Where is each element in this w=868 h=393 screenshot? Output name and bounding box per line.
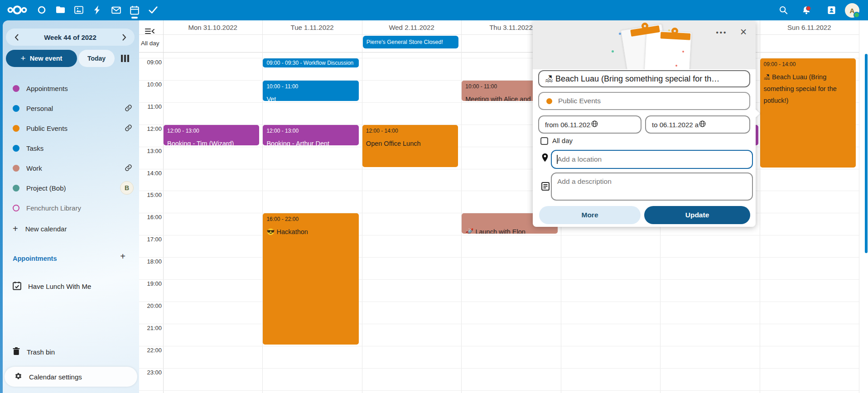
calendar-color-dot <box>13 125 19 132</box>
next-week-button[interactable] <box>119 32 129 42</box>
start-datetime-value: from 06.11.2022 at 09:00 <box>545 121 591 129</box>
update-button[interactable]: Update <box>644 206 750 224</box>
all-day-checkbox[interactable] <box>540 137 548 145</box>
plus-icon: + <box>21 53 26 63</box>
grid-vertical-line <box>859 20 859 393</box>
grid-hour-line <box>139 346 859 346</box>
location-pin-icon <box>541 153 549 164</box>
mail-app-icon[interactable] <box>107 1 125 19</box>
tasks-app-icon[interactable] <box>144 1 162 19</box>
event-title-input[interactable]: 🏖 Beach Luau (Bring something special fo… <box>538 70 750 87</box>
sidebar-calendar-item[interactable]: Work <box>3 158 139 178</box>
search-icon[interactable] <box>774 1 792 19</box>
appointment-item[interactable]: Have Lunch With Me <box>13 278 91 294</box>
activity-app-icon[interactable] <box>88 1 106 19</box>
location-input[interactable] <box>551 150 753 169</box>
start-datetime-field[interactable]: from 06.11.2022 at 09:00 <box>538 115 641 134</box>
trash-bin-item[interactable]: Trash bin <box>13 344 55 359</box>
files-app-icon[interactable] <box>51 1 69 19</box>
more-options-icon[interactable]: ••• <box>713 26 730 38</box>
calendar-name-label: Work <box>26 164 42 172</box>
grid-vertical-line <box>461 20 462 393</box>
time-label: 13:00 <box>139 148 162 154</box>
appointments-section-header: Appointments <box>13 255 130 262</box>
new-calendar-label: New calendar <box>25 225 67 233</box>
calendar-event[interactable]: 12:00 - 13:00Booking - Arthur Dent <box>263 125 358 145</box>
end-datetime-field[interactable]: to 06.11.2022 at 14:00 <box>645 115 750 134</box>
today-button[interactable]: Today <box>78 50 115 67</box>
calendar-name-label: Public Events <box>26 125 68 132</box>
online-status-icon <box>854 12 860 18</box>
gear-icon <box>14 372 22 381</box>
close-icon[interactable]: × <box>735 23 752 40</box>
calendar-event[interactable]: 12:00 - 14:00Open Office Lunch <box>362 125 458 168</box>
share-link-icon[interactable] <box>125 104 133 112</box>
event-title: Vet <box>263 90 358 101</box>
view-columns-icon[interactable] <box>118 52 132 65</box>
add-appointment-button[interactable]: + <box>120 251 125 262</box>
calendar-grid[interactable]: All day 09:0010:0011:0012:0013:0014:0015… <box>139 20 868 393</box>
all-day-event[interactable]: Pierre's General Store Closed! <box>363 36 458 48</box>
photos-app-icon[interactable] <box>70 1 88 19</box>
calendar-settings-label: Calendar settings <box>29 373 82 381</box>
previous-week-button[interactable] <box>11 32 21 42</box>
collapse-sidebar-icon[interactable] <box>145 28 154 36</box>
share-link-icon[interactable] <box>125 164 133 172</box>
sidebar-calendar-item[interactable]: Project (Bob)B <box>3 178 139 198</box>
share-link-icon[interactable] <box>125 124 133 132</box>
top-bar: A <box>0 0 868 20</box>
calendar-picker[interactable]: Public Events <box>538 92 750 110</box>
calendar-check-icon <box>13 281 21 292</box>
grid-vertical-line <box>362 20 362 393</box>
time-label: 12:00 <box>139 125 162 132</box>
calendar-event[interactable]: 16:00 - 22:00😎 Hackathon <box>263 213 358 344</box>
new-calendar-button[interactable]: + New calendar <box>13 221 67 236</box>
timezone-globe-icon[interactable] <box>591 120 637 129</box>
calendar-event[interactable]: 12:00 - 13:00Booking - Tim (Wizard) <box>164 125 259 145</box>
sidebar: Week 44 of 2022 + New event Today Appoin… <box>3 20 139 393</box>
time-label: 23:00 <box>139 369 162 376</box>
confetti-dot <box>668 29 670 31</box>
time-label: 18:00 <box>139 258 162 265</box>
event-time: 12:00 - 13:00 <box>164 125 259 134</box>
time-label: 19:00 <box>139 280 162 287</box>
calendar-settings-button[interactable]: Calendar settings <box>5 367 137 387</box>
all-day-checkbox-label: All day <box>552 137 573 144</box>
sidebar-calendar-item[interactable]: Public Events <box>3 118 139 138</box>
circle-app-icon[interactable] <box>33 1 51 19</box>
calendar-name-label: Personal <box>26 105 53 112</box>
time-label: 20:00 <box>139 302 162 309</box>
sidebar-calendar-item[interactable]: Fenchurch Library <box>3 198 139 218</box>
day-header: Mon 31.10.2022 <box>163 23 262 32</box>
calendar-event[interactable]: 10:00 - 11:00Vet <box>263 81 358 101</box>
sidebar-calendar-item[interactable]: Personal <box>3 98 139 118</box>
calendar-event[interactable]: 09:00 - 09:30 - Workflow Discussion <box>263 58 358 67</box>
event-time: 16:00 - 22:00 <box>263 213 358 222</box>
calendar-name-label: Fenchurch Library <box>26 204 81 212</box>
time-label: 11:00 <box>139 103 162 110</box>
today-label: Today <box>87 55 106 62</box>
description-textarea[interactable] <box>551 173 753 201</box>
calendar-event[interactable]: 09:00 - 14:00🏖 Beach Luau (Bring somethi… <box>760 58 856 168</box>
new-event-button[interactable]: + New event <box>6 50 77 67</box>
vertical-scrollbar[interactable] <box>865 54 868 253</box>
event-time: 10:00 - 11:00 <box>263 81 358 90</box>
timezone-globe-icon[interactable] <box>699 120 745 129</box>
sidebar-calendar-item[interactable]: Appointments <box>3 78 139 98</box>
time-label: 09:00 <box>139 59 162 66</box>
event-time: 12:00 - 13:00 <box>263 125 358 134</box>
sidebar-calendar-item[interactable]: Tasks <box>3 138 139 158</box>
more-button[interactable]: More <box>539 206 641 224</box>
contacts-app-icon[interactable] <box>822 1 840 19</box>
grid-hour-line <box>139 257 859 258</box>
trash-icon <box>13 347 20 357</box>
week-label: Week 44 of 2022 <box>21 34 119 41</box>
calendar-list: AppointmentsPersonalPublic EventsTasksWo… <box>3 78 139 218</box>
nextcloud-logo-icon[interactable] <box>5 1 30 19</box>
event-title: 😎 Hackathon <box>263 222 358 238</box>
time-label: 16:00 <box>139 214 162 220</box>
event-title-value: 🏖 Beach Luau (Bring something special fo… <box>545 74 719 84</box>
update-button-label: Update <box>685 211 709 219</box>
calendar-app-icon[interactable] <box>125 1 144 19</box>
day-header: Sun 6.11.2022 <box>760 23 859 32</box>
